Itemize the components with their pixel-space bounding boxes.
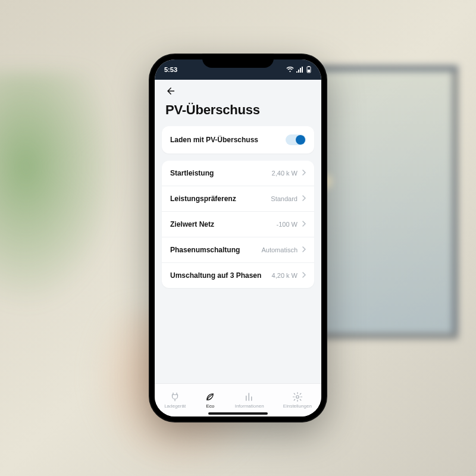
tab-eco[interactable]: Eco bbox=[205, 392, 215, 409]
bar-chart-icon bbox=[244, 392, 255, 402]
battery-icon bbox=[306, 66, 312, 73]
toggle-row[interactable]: Laden mit PV-Überschuss bbox=[162, 126, 314, 154]
content: Laden mit PV-Überschuss Startleistung 2,… bbox=[155, 126, 321, 383]
settings-card: Startleistung 2,40 k W Leistungspräferen… bbox=[162, 161, 314, 288]
setting-value: -100 W bbox=[277, 221, 298, 228]
tab-label: Einstellungen bbox=[283, 403, 312, 409]
setting-row-zielwert-netz[interactable]: Zielwert Netz -100 W bbox=[162, 211, 314, 237]
tab-label: Informationen bbox=[235, 403, 264, 409]
svg-point-3 bbox=[296, 396, 299, 399]
tab-bar: Ladegerät Eco Informationen Einstellunge… bbox=[155, 383, 321, 416]
setting-row-leistungspraeferenz[interactable]: Leistungspräferenz Standard bbox=[162, 186, 314, 211]
home-indicator[interactable] bbox=[208, 412, 268, 415]
chevron-right-icon bbox=[302, 170, 306, 177]
page-title: PV-Überschuss bbox=[165, 102, 311, 118]
setting-label: Leistungspräferenz bbox=[170, 195, 236, 203]
chevron-right-icon bbox=[302, 246, 306, 253]
screen: 5:53 PV-Überschuss bbox=[155, 60, 321, 416]
tab-label: Eco bbox=[206, 403, 215, 409]
setting-value: 2,40 k W bbox=[272, 170, 298, 177]
setting-label: Umschaltung auf 3 Phasen bbox=[170, 271, 261, 280]
svg-rect-2 bbox=[308, 70, 310, 72]
status-time: 5:53 bbox=[164, 66, 177, 73]
phone-frame: 5:53 PV-Überschuss bbox=[149, 54, 327, 422]
chevron-right-icon bbox=[302, 272, 306, 279]
toggle-card: Laden mit PV-Überschuss bbox=[162, 126, 314, 154]
setting-value: Automatisch bbox=[261, 246, 298, 253]
signal-icon bbox=[296, 67, 303, 73]
setting-label: Phasenumschaltung bbox=[170, 246, 240, 254]
tab-ladegeraet[interactable]: Ladegerät bbox=[164, 392, 186, 409]
setting-value: Standard bbox=[271, 195, 298, 202]
toggle-switch[interactable] bbox=[286, 134, 306, 145]
setting-label: Startleistung bbox=[170, 169, 214, 177]
plug-icon bbox=[170, 392, 180, 402]
leaf-icon bbox=[205, 392, 215, 402]
tab-informationen[interactable]: Informationen bbox=[235, 392, 264, 409]
setting-row-umschaltung-3-phasen[interactable]: Umschaltung auf 3 Phasen 4,20 k W bbox=[162, 262, 314, 288]
wifi-icon bbox=[286, 67, 294, 73]
setting-value: 4,20 k W bbox=[272, 272, 298, 279]
svg-rect-1 bbox=[308, 66, 310, 67]
page-header: PV-Überschuss bbox=[155, 80, 321, 126]
tab-label: Ladegerät bbox=[164, 403, 186, 409]
toggle-label: Laden mit PV-Überschuss bbox=[170, 136, 258, 144]
gear-icon bbox=[292, 392, 303, 402]
setting-row-startleistung[interactable]: Startleistung 2,40 k W bbox=[162, 161, 314, 186]
notch bbox=[202, 54, 274, 68]
chevron-right-icon bbox=[302, 221, 306, 228]
setting-row-phasenumschaltung[interactable]: Phasenumschaltung Automatisch bbox=[162, 237, 314, 262]
chevron-right-icon bbox=[302, 195, 306, 202]
tab-einstellungen[interactable]: Einstellungen bbox=[283, 392, 312, 409]
setting-label: Zielwert Netz bbox=[170, 220, 214, 228]
back-icon[interactable] bbox=[165, 86, 176, 99]
